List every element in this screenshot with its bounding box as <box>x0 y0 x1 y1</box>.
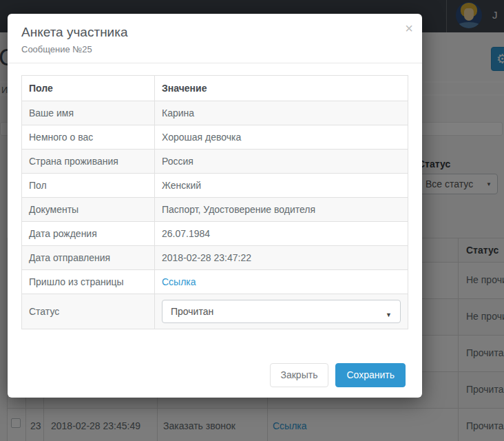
value-link[interactable]: Ссылка <box>162 276 196 287</box>
value-cell: Женский <box>155 174 408 198</box>
field-cell: Пришло из страницы <box>22 270 155 294</box>
value-cell: Карина <box>155 101 408 125</box>
field-cell: Ваше имя <box>22 101 155 125</box>
modal-body: Поле Значение Ваше имяКаринаНемного о ва… <box>8 63 422 329</box>
screen: J Сообщения ⚙ Имя Статус Все статус ▼ Ст… <box>0 0 504 441</box>
close-icon[interactable]: × <box>405 21 413 35</box>
detail-header-row: Поле Значение <box>22 76 408 101</box>
field-cell: Пол <box>22 174 155 198</box>
modal-title: Анкета участника <box>21 25 408 40</box>
header-field: Поле <box>22 76 155 101</box>
participant-form-modal: Анкета участника Сообщение №25 × Поле Зн… <box>8 14 422 398</box>
value-cell: Прочитан▼ <box>155 294 408 329</box>
field-cell: Немного о вас <box>22 125 155 150</box>
table-row: СтатусПрочитан▼ <box>22 294 408 329</box>
value-cell: Паспорт, Удостоверение водителя <box>155 198 408 222</box>
value-cell: Россия <box>155 150 408 174</box>
table-row: ДокументыПаспорт, Удостоверение водителя <box>22 198 408 222</box>
field-cell: Документы <box>22 198 155 222</box>
detail-table: Поле Значение Ваше имяКаринаНемного о ва… <box>21 75 408 329</box>
status-select-value: Прочитан <box>171 300 213 322</box>
field-cell: Статус <box>22 294 155 329</box>
field-cell: Дата отправления <box>22 246 155 270</box>
value-cell: Хорошая девочка <box>155 125 408 150</box>
field-cell: Страна проживания <box>22 150 155 174</box>
status-select[interactable]: Прочитан▼ <box>162 300 401 323</box>
table-row: Ваше имяКарина <box>22 101 408 125</box>
close-button[interactable]: Закрыть <box>270 363 329 387</box>
value-cell: 26.07.1984 <box>155 222 408 246</box>
table-row: Немного о васХорошая девочка <box>22 125 408 150</box>
table-row: Дата отправления2018-02-28 23:47:22 <box>22 246 408 270</box>
modal-footer: Закрыть Сохранить <box>270 363 406 387</box>
chevron-down-icon: ▼ <box>386 309 392 321</box>
table-row: ПолЖенский <box>22 174 408 198</box>
modal-table-body: Ваше имяКаринаНемного о васХорошая девоч… <box>22 101 408 329</box>
value-cell: Ссылка <box>155 270 408 294</box>
value-cell: 2018-02-28 23:47:22 <box>155 246 408 270</box>
table-row: Страна проживанияРоссия <box>22 150 408 174</box>
modal-subtitle: Сообщение №25 <box>21 44 408 54</box>
table-row: Пришло из страницыСсылка <box>22 270 408 294</box>
modal-header: Анкета участника Сообщение №25 × <box>8 14 422 63</box>
table-row: Дата рождения26.07.1984 <box>22 222 408 246</box>
header-value: Значение <box>155 76 408 101</box>
save-button[interactable]: Сохранить <box>335 363 406 387</box>
field-cell: Дата рождения <box>22 222 155 246</box>
